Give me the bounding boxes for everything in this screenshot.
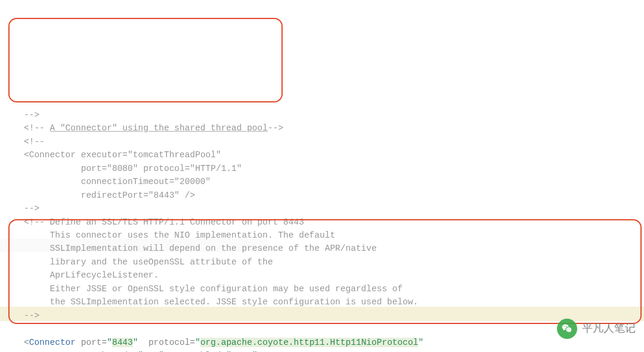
watermark-text: 平凡人笔记 [582, 320, 636, 337]
code-line: --> [24, 204, 39, 213]
code-line: --> [24, 311, 39, 320]
code-line: AprLifecycleListener. [24, 270, 159, 280]
code-line: the SSLImplementation selected. JSSE sty… [24, 297, 418, 307]
code-line: SSLImplementation will depend on the pre… [24, 244, 377, 253]
code-line: <Connector executor="tomcatThreadPool" [24, 150, 221, 160]
code-line: This connector uses the NIO implementati… [24, 230, 335, 240]
code-line: <Connector port="8443" protocol="org.apa… [24, 338, 423, 347]
code-line: redirectPort="8443" /> [24, 191, 195, 200]
code-line: <!-- [24, 137, 45, 147]
watermark: 平凡人笔记 [557, 319, 636, 339]
code-line: library and the useOpenSSL attribute of … [24, 257, 273, 267]
code-line: --> [24, 110, 39, 120]
code-line: Either JSSE or OpenSSL style configurati… [24, 284, 402, 294]
code-line: connectionTimeout="20000" [24, 177, 210, 186]
code-editor[interactable]: --> <!-- A "Connector" using the shared … [0, 94, 644, 352]
code-blank-line [24, 324, 29, 334]
code-line: <!-- A "Connector" using the shared thre… [24, 123, 283, 133]
code-line: port="8080" protocol="HTTP/1.1" [24, 164, 242, 173]
wechat-icon [557, 319, 577, 339]
annotation-box-1 [8, 18, 283, 102]
code-line: <!-- Define an SSL/TLS HTTP/1.1 Connecto… [24, 217, 304, 227]
